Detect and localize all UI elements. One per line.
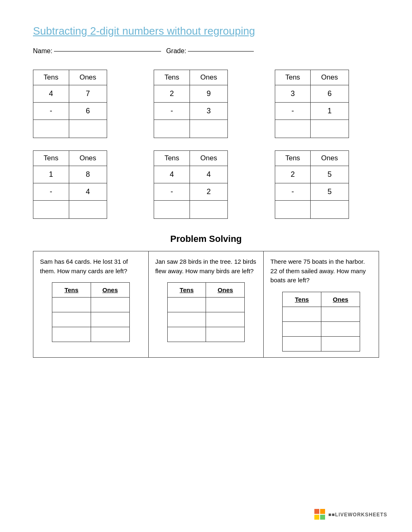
problem-solving-table: Sam has 64 cards. He lost 31 of them. Ho…	[33, 251, 379, 358]
ps-answer-cell[interactable]	[206, 298, 245, 312]
ps-answer-cell[interactable]	[91, 327, 129, 342]
col-header: Ones	[69, 151, 107, 166]
grade-line[interactable]	[188, 51, 254, 52]
col-header: Tens	[33, 70, 69, 85]
problem-text: Sam has 64 cards. He lost 31 of them. Ho…	[40, 257, 142, 276]
table-cell: 4	[190, 166, 227, 183]
name-line[interactable]	[54, 51, 161, 52]
sub-table: TensOnes18-4	[33, 150, 107, 219]
answer-cell[interactable]	[190, 120, 227, 138]
answer-cell[interactable]	[33, 201, 69, 219]
logo-text: ■■LIVEWORKSHEETS	[328, 511, 387, 518]
table-cell: -	[33, 103, 69, 120]
col-header: Tens	[154, 70, 190, 85]
ps-answer-cell[interactable]	[167, 312, 206, 327]
grade-label: Grade:	[166, 47, 186, 55]
sub-table: TensOnes29-3	[154, 70, 228, 138]
ps-inner-table: TensOnes	[167, 282, 245, 342]
answer-cell[interactable]	[154, 201, 190, 219]
ps-answer-cell[interactable]	[283, 336, 321, 351]
subtraction-table-t1: TensOnes47-6	[33, 70, 137, 138]
table-cell: 2	[275, 166, 311, 183]
ps-answer-cell[interactable]	[283, 321, 321, 336]
answer-cell[interactable]	[69, 120, 107, 138]
page-title: Subtracting 2-digit numbers without regr…	[33, 25, 379, 37]
subtraction-table-t4: TensOnes18-4	[33, 150, 137, 219]
sub-table: TensOnes44-2	[154, 150, 228, 219]
logo-sq-red	[314, 509, 319, 514]
col-header: Ones	[311, 70, 349, 85]
table-cell: 4	[69, 183, 107, 201]
table-cell: 6	[69, 103, 107, 120]
ps-answer-cell[interactable]	[321, 307, 360, 321]
col-header: Tens	[33, 151, 69, 166]
table-cell: 7	[69, 85, 107, 103]
sub-table: TensOnes36-1	[275, 70, 349, 138]
problem-text: There were 75 boats in the harbor. 22 of…	[270, 257, 372, 285]
answer-cell[interactable]	[154, 120, 190, 138]
answer-cell[interactable]	[190, 201, 227, 219]
subtraction-table-t3: TensOnes36-1	[275, 70, 379, 138]
ps-inner-table: TensOnes	[282, 292, 360, 352]
problem-cell-p1: Sam has 64 cards. He lost 31 of them. Ho…	[33, 251, 149, 358]
ps-answer-cell[interactable]	[52, 312, 91, 327]
table-cell: 2	[190, 183, 227, 201]
table-cell: -	[275, 183, 311, 201]
col-header: Ones	[69, 70, 107, 85]
col-header: Tens	[275, 151, 311, 166]
sub-table: TensOnes47-6	[33, 70, 107, 138]
ps-answer-cell[interactable]	[283, 307, 321, 321]
answer-cell[interactable]	[275, 201, 311, 219]
logo-live: ■■LIVEWORKSHEETS	[328, 512, 387, 518]
ps-answer-cell[interactable]	[321, 336, 360, 351]
ps-answer-cell[interactable]	[167, 298, 206, 312]
answer-cell[interactable]	[275, 120, 311, 138]
problem-cell-p3: There were 75 boats in the harbor. 22 of…	[264, 251, 379, 358]
ps-answer-cell[interactable]	[321, 321, 360, 336]
ps-col-header: Ones	[91, 283, 129, 298]
ps-col-header: Ones	[206, 283, 245, 298]
table-cell: -	[33, 183, 69, 201]
answer-cell[interactable]	[33, 120, 69, 138]
subtraction-table-t5: TensOnes44-2	[154, 150, 258, 219]
tables-grid: TensOnes47-6TensOnes29-3TensOnes36-1Tens…	[33, 70, 379, 219]
logo-sq-yellow	[314, 515, 319, 520]
table-cell: 1	[311, 103, 349, 120]
subtraction-table-t6: TensOnes25-5	[275, 150, 379, 219]
ps-answer-cell[interactable]	[52, 327, 91, 342]
table-cell: 8	[69, 166, 107, 183]
problem-solving-title: Problem Solving	[33, 234, 379, 244]
name-label: Name:	[33, 47, 52, 55]
table-cell: -	[154, 183, 190, 201]
table-cell: -	[154, 103, 190, 120]
col-header: Tens	[154, 151, 190, 166]
answer-cell[interactable]	[311, 201, 349, 219]
ps-answer-cell[interactable]	[206, 312, 245, 327]
ps-answer-cell[interactable]	[91, 312, 129, 327]
ps-answer-cell[interactable]	[167, 327, 206, 342]
table-cell: -	[275, 103, 311, 120]
table-cell: 3	[190, 103, 227, 120]
answer-cell[interactable]	[311, 120, 349, 138]
sub-table: TensOnes25-5	[275, 150, 349, 219]
table-cell: 1	[33, 166, 69, 183]
answer-cell[interactable]	[69, 201, 107, 219]
ps-col-header: Ones	[321, 292, 360, 307]
logo-area: ■■LIVEWORKSHEETS	[314, 509, 387, 520]
col-header: Ones	[190, 151, 227, 166]
problem-cell-p2: Jan saw 28 birds in the tree. 12 birds f…	[148, 251, 264, 358]
ps-col-header: Tens	[283, 292, 321, 307]
col-header: Tens	[275, 70, 311, 85]
table-cell: 9	[190, 85, 227, 103]
table-cell: 5	[311, 166, 349, 183]
ps-answer-cell[interactable]	[206, 327, 245, 342]
problem-text: Jan saw 28 birds in the tree. 12 birds f…	[155, 257, 257, 276]
logo-sq-orange	[320, 509, 325, 514]
col-header: Ones	[190, 70, 227, 85]
table-cell: 4	[154, 166, 190, 183]
table-cell: 2	[154, 85, 190, 103]
col-header: Ones	[311, 151, 349, 166]
ps-answer-cell[interactable]	[52, 298, 91, 312]
ps-col-header: Tens	[52, 283, 91, 298]
ps-answer-cell[interactable]	[91, 298, 129, 312]
